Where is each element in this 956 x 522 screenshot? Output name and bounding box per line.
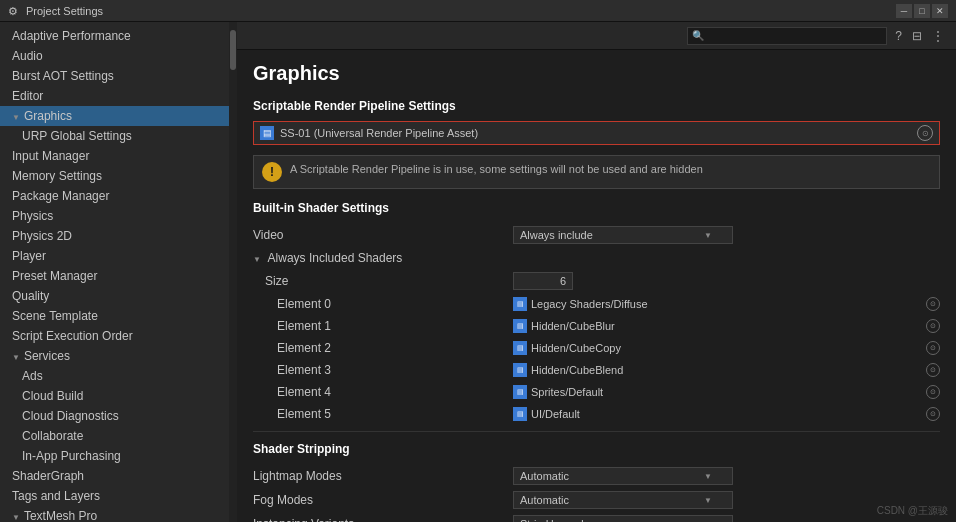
sidebar-item-physics[interactable]: Physics: [0, 206, 236, 226]
sidebar-item-player[interactable]: Player: [0, 246, 236, 266]
right-panel: 🔍 ? ⊟ ⋮ Graphics Scriptable Render Pipel…: [237, 22, 956, 522]
shader-icon-3: ▤: [513, 363, 527, 377]
sidebar-scroll-thumb[interactable]: [230, 30, 236, 70]
minimize-button[interactable]: ─: [896, 4, 912, 18]
layout-button[interactable]: ⊟: [910, 27, 924, 45]
fog-row: Fog Modes Automatic ▼: [253, 488, 940, 512]
shader-icon-4: ▤: [513, 385, 527, 399]
srp-asset-field[interactable]: ▤ SS-01 (Universal Render Pipeline Asset…: [253, 121, 940, 145]
video-value: Always include ▼: [513, 226, 940, 244]
shader-icon-2: ▤: [513, 341, 527, 355]
shader-name-3: Hidden/CubeBlend: [531, 364, 922, 376]
shader-label-0: Element 0: [253, 297, 513, 311]
lightmap-value: Automatic ▼: [513, 467, 940, 485]
sidebar-item-cloud-build[interactable]: Cloud Build: [0, 386, 236, 406]
always-included-arrow[interactable]: ▼: [253, 255, 261, 264]
instancing-dropdown[interactable]: Strip Unused ▼: [513, 515, 733, 522]
shader-name-1: Hidden/CubeBlur: [531, 320, 922, 332]
sidebar-item-quality[interactable]: Quality: [0, 286, 236, 306]
sidebar-item-graphics[interactable]: ▼Graphics: [0, 106, 236, 126]
maximize-button[interactable]: □: [914, 4, 930, 18]
sidebar-scrollbar[interactable]: [229, 22, 237, 522]
sidebar-item-editor[interactable]: Editor: [0, 86, 236, 106]
shader-row-5: Element 5 ▤ UI/Default ⊙: [253, 403, 940, 425]
srp-asset-circle-button[interactable]: ⊙: [917, 125, 933, 141]
sidebar-item-textmesh-pro[interactable]: ▼TextMesh Pro: [0, 506, 236, 522]
sidebar-item-adaptive-performance[interactable]: Adaptive Performance: [0, 26, 236, 46]
builtin-shader-section-title: Built-in Shader Settings: [253, 201, 940, 215]
sidebar-item-memory-settings[interactable]: Memory Settings: [0, 166, 236, 186]
size-label: Size: [253, 274, 513, 288]
sidebar-item-preset-manager[interactable]: Preset Manager: [0, 266, 236, 286]
video-row: Video Always include ▼: [253, 223, 940, 247]
sidebar-item-audio[interactable]: Audio: [0, 46, 236, 66]
sidebar-item-scene-template[interactable]: Scene Template: [0, 306, 236, 326]
fog-dropdown[interactable]: Automatic ▼: [513, 491, 733, 509]
shader-value-3: ▤ Hidden/CubeBlend ⊙: [513, 363, 940, 377]
shader-row-0: Element 0 ▤ Legacy Shaders/Diffuse ⊙: [253, 293, 940, 315]
video-label: Video: [253, 228, 513, 242]
shader-circle-2[interactable]: ⊙: [926, 341, 940, 355]
window-title: Project Settings: [26, 5, 896, 17]
content-area: Graphics Scriptable Render Pipeline Sett…: [237, 50, 956, 522]
sidebar-item-urp-global[interactable]: URP Global Settings: [0, 126, 236, 146]
warning-icon: !: [262, 162, 282, 182]
more-button[interactable]: ⋮: [930, 27, 946, 45]
sidebar-item-ads[interactable]: Ads: [0, 366, 236, 386]
size-input[interactable]: 6: [513, 272, 573, 290]
shader-label-2: Element 2: [253, 341, 513, 355]
dropdown-arrow-lightmap: ▼: [704, 472, 712, 481]
help-button[interactable]: ?: [893, 27, 904, 45]
sidebar-item-script-execution[interactable]: Script Execution Order: [0, 326, 236, 346]
window-controls: ─ □ ✕: [896, 4, 948, 18]
lightmap-dropdown[interactable]: Automatic ▼: [513, 467, 733, 485]
shader-name-4: Sprites/Default: [531, 386, 922, 398]
shader-stripping-title: Shader Stripping: [253, 442, 940, 456]
close-button[interactable]: ✕: [932, 4, 948, 18]
search-wrapper: 🔍: [687, 27, 887, 45]
always-included-row: ▼ Always Included Shaders: [253, 247, 940, 269]
srp-asset-icon: ▤: [260, 126, 274, 140]
size-value-wrapper: 6: [513, 272, 940, 290]
shader-row-4: Element 4 ▤ Sprites/Default ⊙: [253, 381, 940, 403]
sidebar-item-tags-and-layers[interactable]: Tags and Layers: [0, 486, 236, 506]
sidebar-item-shadergraph[interactable]: ShaderGraph: [0, 466, 236, 486]
sidebar-item-in-app-purchasing[interactable]: In-App Purchasing: [0, 446, 236, 466]
shader-label-1: Element 1: [253, 319, 513, 333]
sidebar-item-burst-aot[interactable]: Burst AOT Settings: [0, 66, 236, 86]
shader-value-4: ▤ Sprites/Default ⊙: [513, 385, 940, 399]
srp-section-title: Scriptable Render Pipeline Settings: [253, 99, 940, 113]
shader-row-1: Element 1 ▤ Hidden/CubeBlur ⊙: [253, 315, 940, 337]
right-header-bar: 🔍 ? ⊟ ⋮: [237, 22, 956, 50]
sidebar-item-services[interactable]: ▼Services: [0, 346, 236, 366]
sidebar-item-cloud-diagnostics[interactable]: Cloud Diagnostics: [0, 406, 236, 426]
window-icon: ⚙: [8, 5, 20, 17]
shader-icon-1: ▤: [513, 319, 527, 333]
search-input[interactable]: [687, 27, 887, 45]
shader-circle-0[interactable]: ⊙: [926, 297, 940, 311]
dropdown-arrow-video: ▼: [704, 231, 712, 240]
shader-name-2: Hidden/CubeCopy: [531, 342, 922, 354]
sidebar-item-physics-2d[interactable]: Physics 2D: [0, 226, 236, 246]
shader-label-4: Element 4: [253, 385, 513, 399]
shader-name-5: UI/Default: [531, 408, 922, 420]
shader-circle-3[interactable]: ⊙: [926, 363, 940, 377]
shader-circle-4[interactable]: ⊙: [926, 385, 940, 399]
shader-circle-1[interactable]: ⊙: [926, 319, 940, 333]
sidebar: Adaptive PerformanceAudioBurst AOT Setti…: [0, 22, 237, 522]
sidebar-item-collaborate[interactable]: Collaborate: [0, 426, 236, 446]
search-icon: 🔍: [692, 30, 704, 41]
video-dropdown[interactable]: Always include ▼: [513, 226, 733, 244]
sidebar-item-package-manager[interactable]: Package Manager: [0, 186, 236, 206]
shader-label-3: Element 3: [253, 363, 513, 377]
warning-text: A Scriptable Render Pipeline is in use, …: [290, 162, 703, 177]
dropdown-arrow-fog: ▼: [704, 496, 712, 505]
always-included-label: ▼ Always Included Shaders: [253, 251, 513, 265]
fog-label: Fog Modes: [253, 493, 513, 507]
sidebar-item-input-manager[interactable]: Input Manager: [0, 146, 236, 166]
shader-circle-5[interactable]: ⊙: [926, 407, 940, 421]
shader-list: Element 0 ▤ Legacy Shaders/Diffuse ⊙ Ele…: [253, 293, 940, 425]
lightmap-label: Lightmap Modes: [253, 469, 513, 483]
shader-icon-0: ▤: [513, 297, 527, 311]
title-bar: ⚙ Project Settings ─ □ ✕: [0, 0, 956, 22]
